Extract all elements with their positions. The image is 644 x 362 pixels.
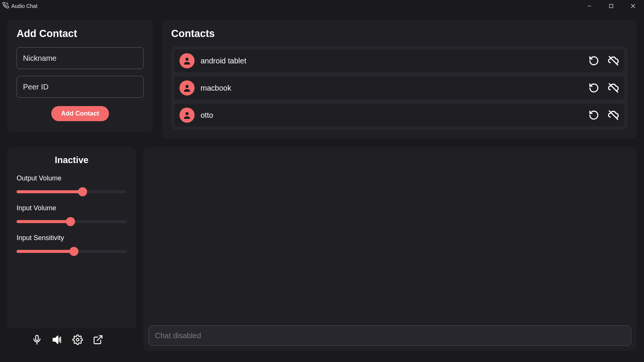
audio-status: Inactive (17, 155, 127, 165)
svg-point-8 (186, 112, 189, 115)
refresh-icon[interactable] (588, 109, 600, 121)
chat-messages-area (149, 147, 631, 325)
audio-controls-panel: Inactive Output Volume Input Volume Inpu… (8, 147, 136, 351)
output-volume-slider[interactable] (17, 187, 127, 197)
input-sensitivity-label: Input Sensitivity (17, 234, 127, 242)
svg-line-5 (609, 57, 618, 65)
svg-rect-0 (587, 6, 591, 6)
svg-point-4 (186, 58, 189, 61)
popout-icon[interactable] (92, 334, 104, 346)
peer-id-input[interactable] (17, 76, 144, 98)
cloud-off-icon[interactable] (608, 109, 619, 121)
titlebar: Audio Chat (0, 0, 644, 12)
svg-rect-1 (610, 5, 613, 8)
contact-name: otto (201, 111, 582, 120)
refresh-icon[interactable] (588, 55, 600, 66)
gear-icon[interactable] (72, 334, 84, 346)
svg-point-6 (186, 85, 189, 88)
app-icon (2, 2, 9, 10)
speaker-icon[interactable] (51, 334, 63, 346)
refresh-icon[interactable] (588, 82, 600, 94)
window-title: Audio Chat (11, 3, 37, 9)
svg-line-16 (97, 336, 102, 341)
contact-row[interactable]: macbook (174, 77, 624, 99)
output-volume-label: Output Volume (17, 174, 127, 182)
contacts-heading: Contacts (171, 28, 627, 40)
contact-name: macbook (201, 84, 582, 92)
svg-point-15 (77, 339, 79, 341)
add-contact-panel: Add Contact Add Contact (8, 20, 153, 132)
contact-name: android tablet (201, 57, 582, 65)
contact-row[interactable]: otto (174, 104, 624, 126)
input-sensitivity-slider[interactable] (17, 246, 127, 256)
svg-line-7 (609, 84, 618, 92)
cloud-off-icon[interactable] (608, 55, 619, 66)
svg-rect-10 (36, 335, 38, 340)
svg-marker-12 (53, 336, 58, 344)
window-close-button[interactable] (622, 0, 644, 12)
window-maximize-button[interactable] (600, 0, 622, 12)
avatar-icon (179, 53, 195, 68)
add-contact-heading: Add Contact (17, 28, 144, 40)
avatar-icon (179, 80, 195, 96)
chat-input[interactable] (149, 325, 631, 346)
window-minimize-button[interactable] (578, 0, 600, 12)
contact-list: android tablet ma (171, 46, 627, 129)
nickname-input[interactable] (17, 47, 144, 69)
add-contact-button[interactable]: Add Contact (51, 106, 109, 121)
contact-row[interactable]: android tablet (174, 49, 624, 72)
contacts-panel: Contacts android tablet (162, 20, 636, 139)
input-volume-slider[interactable] (17, 217, 127, 226)
input-volume-label: Input Volume (17, 204, 127, 212)
avatar-icon (179, 108, 195, 123)
audio-toolbar (8, 328, 136, 351)
cloud-off-icon[interactable] (608, 82, 619, 94)
svg-line-9 (609, 111, 618, 120)
microphone-icon[interactable] (31, 334, 43, 346)
chat-panel (143, 147, 636, 351)
